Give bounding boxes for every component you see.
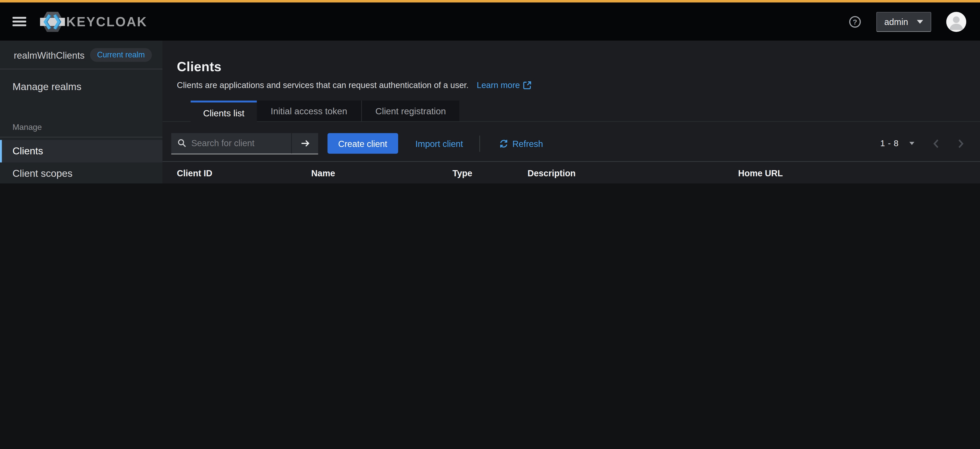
keycloak-admin-console: KEYCLOAK ? admin realmWithClien [0,0,980,183]
page-body: realmWithClients Current realm Manage re… [0,41,980,183]
main-content: Clients Clients are applications and ser… [162,41,980,183]
help-icon[interactable]: ? [849,15,861,28]
tabs: Clients list Initial access token Client… [162,100,980,122]
sidebar-item-clients[interactable]: Clients [0,140,162,162]
pagination-top: 1 - 8 [880,139,964,148]
avatar[interactable] [946,11,966,32]
learn-more-link[interactable]: Learn more [477,81,531,90]
chevron-left-icon [933,139,939,148]
sidebar-item-client-scopes[interactable]: Client scopes [0,162,162,183]
create-client-button[interactable]: Create client [328,133,398,154]
realm-name: realmWithClients [14,50,85,60]
sidebar-item-manage-realms[interactable]: Manage realms [0,76,162,98]
tab-initial-access-token[interactable]: Initial access token [257,100,361,121]
import-client-link[interactable]: Import client [415,138,463,148]
keycloak-hexagon-icon [40,11,65,32]
table-header: Client ID Name Type Description Home URL [162,161,980,183]
column-name: Name [311,162,452,183]
toolbar-divider [479,135,480,152]
toolbar: Search for client Create client Import c… [162,133,980,154]
masthead: KEYCLOAK ? admin [0,3,980,41]
realm-switcher[interactable]: realmWithClients Current realm [0,41,162,70]
column-home-url: Home URL [738,162,948,183]
search-group: Search for client [171,133,318,154]
brand-text: KEYCLOAK [66,14,148,29]
arrow-right-icon [301,138,310,148]
refresh-icon [499,139,508,148]
tab-client-registration[interactable]: Client registration [361,100,460,121]
clients-table: Client ID Name Type Description Home URL… [162,161,980,183]
masthead-right: ? admin [849,11,966,32]
sidebar: realmWithClients Current realm Manage re… [0,41,162,183]
search-input[interactable]: Search for client [171,133,291,153]
top-accent-bar [0,0,980,3]
search-placeholder: Search for client [191,138,255,148]
column-actions [949,162,980,183]
tab-clients-list[interactable]: Clients list [191,100,257,123]
external-link-icon [523,81,531,89]
nav-group-manage-label: Manage [0,119,162,132]
refresh-label: Refresh [512,138,543,148]
page-header: Clients Clients are applications and ser… [162,41,980,90]
search-icon [178,139,186,148]
column-type: Type [452,162,528,183]
divider [0,137,162,137]
learn-more-text: Learn more [477,81,520,90]
page-description: Clients are applications and services th… [177,81,965,90]
refresh-button[interactable]: Refresh [499,138,543,148]
current-realm-badge: Current realm [90,48,152,62]
pagination-next-button[interactable] [958,139,964,148]
pagination-caret-icon[interactable] [909,142,915,145]
search-submit-button[interactable] [291,133,318,153]
pagination-range: 1 - 8 [880,139,899,148]
chevron-right-icon [958,139,964,148]
username-label: admin [884,17,908,27]
column-description: Description [528,162,738,183]
pagination-prev-button[interactable] [933,139,939,148]
svg-text:?: ? [853,17,857,25]
keycloak-logo: KEYCLOAK [40,11,148,32]
page-title: Clients [177,59,965,75]
user-menu-dropdown[interactable]: admin [876,11,931,32]
hamburger-menu-icon[interactable] [13,17,26,26]
chevron-down-icon [917,20,923,24]
person-icon [946,11,966,32]
column-client-id: Client ID [177,162,311,183]
description-text: Clients are applications and services th… [177,81,469,90]
